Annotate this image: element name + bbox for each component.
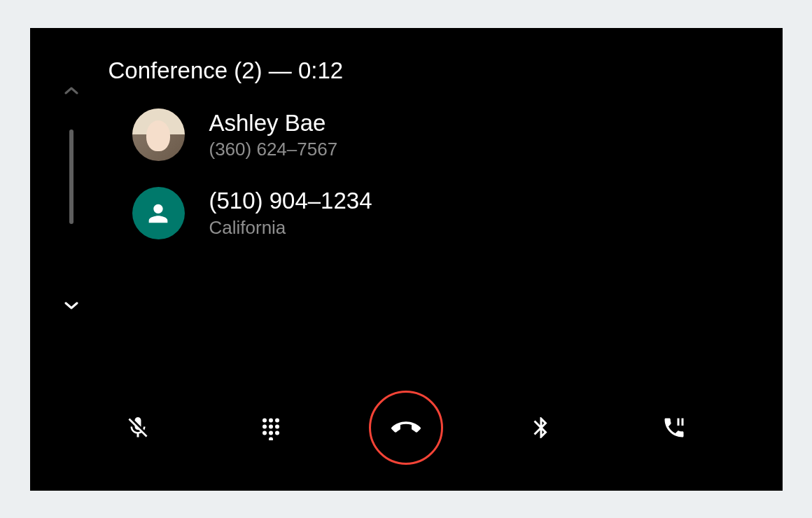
- chevron-up-icon: [64, 86, 78, 94]
- scroll-up-button[interactable]: [62, 80, 81, 100]
- participant-info: Ashley Bae (360) 624–7567: [209, 108, 338, 162]
- participant-name: (510) 904–1234: [209, 186, 372, 216]
- svg-point-4: [269, 424, 273, 428]
- dialpad-icon: [258, 415, 284, 440]
- mic-off-icon: [125, 415, 150, 440]
- scroll-down-button[interactable]: [62, 296, 81, 316]
- svg-point-3: [262, 424, 267, 428]
- hangup-button[interactable]: [369, 391, 443, 465]
- participant-row[interactable]: (510) 904–1234 California: [132, 186, 783, 240]
- bluetooth-icon: [528, 415, 554, 440]
- chevron-down-icon: [64, 302, 78, 310]
- bluetooth-button[interactable]: [506, 393, 576, 463]
- avatar-photo: [132, 108, 185, 161]
- svg-point-0: [262, 418, 267, 422]
- participant-row[interactable]: Ashley Bae (360) 624–7567: [132, 108, 783, 162]
- header: Conference (2) — 0:12: [30, 28, 783, 84]
- svg-point-2: [275, 418, 279, 422]
- content-area: Ashley Bae (360) 624–7567 (510) 904–1234…: [30, 84, 783, 386]
- participant-list: Ashley Bae (360) 624–7567 (510) 904–1234…: [30, 108, 783, 240]
- avatar-generic: [132, 187, 185, 239]
- participant-phone: (360) 624–7567: [209, 138, 338, 162]
- svg-point-1: [269, 418, 273, 422]
- person-icon: [144, 200, 172, 227]
- svg-point-5: [275, 424, 279, 428]
- call-title: Conference (2) — 0:12: [108, 57, 783, 84]
- in-call-screen: Conference (2) — 0:12 Ashley Ba: [30, 28, 783, 491]
- participant-info: (510) 904–1234 California: [209, 186, 372, 240]
- mute-button[interactable]: [103, 393, 173, 463]
- hangup-icon: [391, 413, 421, 442]
- phone-hold-icon: [662, 415, 687, 440]
- scrollbar-track[interactable]: [69, 130, 74, 224]
- dialpad-button[interactable]: [236, 393, 306, 463]
- hold-button[interactable]: [639, 393, 709, 463]
- svg-point-9: [269, 437, 273, 440]
- call-controls: [30, 386, 783, 491]
- participant-location: California: [209, 216, 372, 240]
- svg-point-8: [275, 430, 279, 435]
- svg-point-6: [262, 430, 267, 435]
- participant-name: Ashley Bae: [209, 108, 338, 139]
- svg-point-7: [269, 430, 273, 435]
- scroll-controls: [61, 84, 82, 316]
